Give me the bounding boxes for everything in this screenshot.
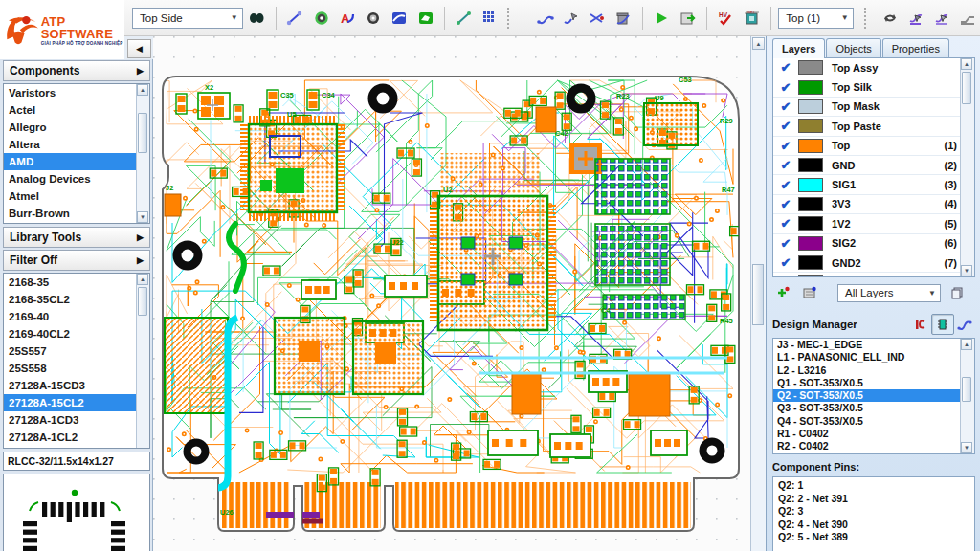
scroll-up-icon[interactable]: ▲ [137,274,148,285]
list-item[interactable]: Q4 - SOT-353/X0.5 [773,415,974,428]
layer-color-swatch[interactable] [798,158,823,172]
list-item[interactable]: 27128A-15CL2 [4,394,149,411]
compare-netlist-icon[interactable]: NET [740,5,764,32]
list-item[interactable]: Q1 - SOT-353/X0.5 [773,377,974,389]
polygon-icon[interactable] [413,5,437,32]
layer-row[interactable]: ✔ [773,273,974,277]
pin-list-item[interactable]: Q2: 3 [773,505,974,518]
pin-list-item[interactable]: Q2: 2 - Net 391 [773,493,974,506]
layer-color-swatch[interactable] [798,139,823,153]
delete-route-icon[interactable] [612,5,635,32]
manufacturer-list-scrollbar[interactable]: ▲ ▼ [136,84,149,223]
layer-visible-check-icon[interactable]: ✔ [773,139,798,153]
layer-row[interactable]: ✔3V3(4) [773,195,974,214]
scroll-down-icon[interactable]: ▼ [961,442,972,453]
scroll-thumb[interactable] [962,377,971,402]
list-item[interactable]: L1 - PANASONIC_ELL_IND [773,351,974,364]
scroll-up-icon[interactable]: ▲ [752,37,765,50]
layer-setup-icon[interactable] [799,283,820,302]
list-item[interactable]: 25S557 [4,342,149,360]
list-item[interactable]: 27128A-15CD3 [4,377,149,394]
layer-visible-check-icon[interactable]: ✔ [773,255,798,270]
layer-row[interactable]: ✔GND(2) [773,156,974,175]
layer-color-swatch[interactable] [798,178,823,192]
pin-list-item[interactable]: Q2: 4 - Net 390 [773,518,974,532]
list-item[interactable]: R1 - C0402 [773,428,974,440]
list-item[interactable]: 2168-35 [4,274,149,291]
pin-list-item[interactable]: Q2: 5 - Net 389 [773,531,974,544]
scroll-up-icon[interactable]: ▲ [137,84,148,96]
list-item[interactable]: 27128A-1CD3 [4,411,149,429]
layer-list-scrollbar[interactable]: ▲ ▼ [960,58,974,276]
tab-layers[interactable]: Layers [772,38,825,58]
filter-header[interactable]: Filter Off ▶ [3,250,150,271]
list-item[interactable]: 25S558 [4,360,149,377]
drag-handle[interactable] [506,7,510,30]
layer-row[interactable]: ✔Top Silk [773,77,974,97]
list-item[interactable]: J3 - MEC-1_EDGE [773,339,974,351]
layer-visible-check-icon[interactable]: ✔ [773,80,798,95]
add-layer-icon[interactable] [772,283,793,302]
scroll-thumb[interactable] [962,72,971,104]
route-manual-icon[interactable] [533,5,557,32]
list-item[interactable]: Q3 - SOT-353/X0.5 [773,402,974,414]
layer-color-swatch[interactable] [798,60,823,75]
pcb-canvas[interactable]: X2C35C34U5J2U2C42C53U9R23R29R47R45U22C4U… [153,36,766,551]
list-item[interactable]: 2168-35CL2 [4,291,149,308]
part-list-scrollbar[interactable]: ▲ [136,274,149,448]
layer-visible-check-icon[interactable]: ✔ [773,236,798,251]
layer-color-swatch[interactable] [798,275,823,277]
export-board-icon[interactable] [676,5,700,32]
list-item[interactable]: Atmel [4,187,149,205]
list-item[interactable]: Varistors [4,84,149,101]
list-item[interactable]: 2169-40CL2 [4,325,149,342]
list-item[interactable]: Actel [4,101,149,119]
layer-visible-check-icon[interactable]: ✔ [773,197,798,211]
scroll-up-icon[interactable]: ▲ [961,58,972,70]
place-via-icon[interactable] [309,5,333,32]
place-arc-icon[interactable]: A [335,5,359,32]
layer-row[interactable]: ✔Top Assy [773,58,974,77]
layer-color-swatch[interactable] [798,80,823,95]
find-icon[interactable] [245,5,269,32]
components-view-icon[interactable] [931,314,954,335]
list-item[interactable]: Altera [4,136,149,153]
scroll-thumb[interactable] [752,264,764,325]
layer-visible-check-icon[interactable]: ✔ [773,216,798,231]
collapse-panel-button[interactable]: ◀ [127,39,151,58]
highlight-net-icon[interactable] [910,315,931,334]
tab-objects[interactable]: Objects [826,38,880,57]
layer-color-swatch[interactable] [798,255,823,270]
layer-color-swatch[interactable] [798,99,823,114]
layer-color-swatch[interactable] [798,236,823,251]
board-edge-icon[interactable] [956,5,980,32]
scroll-down-icon[interactable]: ▼ [961,265,972,276]
scroll-down-icon[interactable]: ▼ [137,211,148,223]
nets-view-icon[interactable] [954,315,975,334]
route-a-icon[interactable] [903,5,927,32]
layer-row[interactable]: ✔SIG1(3) [773,175,974,194]
library-tools-header[interactable]: Library Tools ▶ [3,227,150,248]
list-item[interactable]: 27128A-2 [4,446,149,449]
layer-visible-check-icon[interactable]: ✔ [773,275,798,277]
tab-properties[interactable]: Properties [882,38,949,57]
design-manager-scrollbar[interactable]: ▲ ▼ [960,339,974,453]
unroute-icon[interactable] [585,5,609,32]
list-item[interactable]: Q2 - SOT-353/X0.5 [773,389,974,402]
side-select[interactable]: Top Side▼ [132,8,243,29]
layer-row[interactable]: ✔SIG2(6) [773,234,974,253]
update-icon[interactable] [878,5,902,32]
layer-row[interactable]: ✔GND2(7) [773,253,974,273]
grid-icon[interactable] [478,5,501,32]
layer-visible-check-icon[interactable]: ✔ [773,99,798,114]
layer-visible-check-icon[interactable]: ✔ [773,60,798,75]
list-item[interactable]: R2 - C0402 [773,440,974,452]
scroll-thumb[interactable] [138,113,147,153]
list-item[interactable]: Analog Devices [4,170,149,187]
list-item[interactable]: AMD [4,153,149,170]
route-interactive-icon[interactable] [559,5,583,32]
pin-list-item[interactable]: Q2: 1 [773,479,974,493]
layer-select[interactable]: Top (1)▼ [778,8,853,29]
layer-visible-check-icon[interactable]: ✔ [773,158,798,172]
scroll-up-icon[interactable]: ▲ [961,339,972,350]
